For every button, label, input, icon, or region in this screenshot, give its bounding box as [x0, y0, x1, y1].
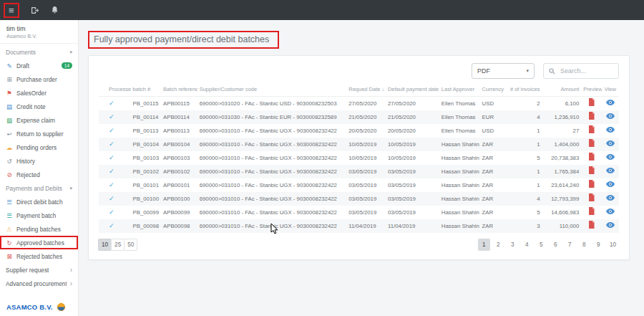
cell-invoices: 5 [507, 151, 542, 165]
view-eye-icon[interactable] [606, 113, 615, 119]
cell-default-payment-date: 03/05/2019 [386, 178, 439, 192]
search-input[interactable] [559, 67, 615, 75]
cell-request-date: 27/05/2020 [346, 97, 386, 111]
menu-icon[interactable]: ≡ [9, 6, 14, 15]
user-company: Asamco B.V. [6, 33, 72, 39]
sidebar-item-approved-batches[interactable]: ↻ Approved batches [0, 236, 78, 249]
sidebar-item-pending-orders[interactable]: ☁ Pending orders [0, 140, 78, 154]
page-button[interactable]: 7 [564, 239, 576, 251]
bell-icon[interactable] [51, 6, 59, 14]
pdf-preview-icon[interactable] [588, 193, 595, 201]
cell-default-payment-date: 21/05/2020 [386, 110, 439, 124]
view-eye-icon[interactable] [606, 100, 615, 105]
table-row[interactable]: ✓ PB_00101 APB00101 690000>031010 - FAc … [99, 178, 619, 192]
cell-request-date: 03/05/2019 [346, 165, 386, 178]
chevron-down-icon: ▾ [69, 186, 72, 191]
pdf-preview-icon[interactable] [588, 166, 595, 174]
page-button[interactable]: 4 [521, 239, 533, 251]
export-format-select[interactable]: PDF ▾ [472, 63, 535, 79]
table-row[interactable]: ✓ PB_00103 APB00103 690000>031010 - FAc … [99, 151, 619, 165]
cell-last-approver: Hassan Shahin [439, 165, 480, 178]
sidebar-item-rejected-batches[interactable]: ⊠ Rejected batches [0, 249, 78, 263]
cell-batch: PB_00100 [131, 192, 162, 206]
page-button[interactable]: 1 [478, 239, 490, 251]
cell-last-approver: Ellen Thomas [439, 110, 480, 124]
page-button[interactable]: 3 [507, 239, 519, 251]
column-header-supplier[interactable]: Supplier/Customer code [197, 83, 347, 97]
page-button[interactable]: 5 [535, 239, 547, 251]
column-header-request-date[interactable]: Requed Date ↓ [346, 83, 386, 97]
pdf-preview-icon[interactable] [588, 207, 595, 215]
logout-icon[interactable] [31, 6, 39, 14]
batches-card: PDF ▾ Processed batch # Batch refer [88, 55, 630, 260]
page-size-button[interactable]: 10 [98, 239, 112, 251]
processed-check-icon: ✓ [109, 113, 114, 120]
column-header-invoices[interactable]: # of invoices [507, 83, 542, 97]
view-eye-icon[interactable] [606, 127, 615, 133]
view-eye-icon[interactable] [606, 154, 615, 160]
sidebar-item-expense-claim[interactable]: ▧ Expense claim [0, 113, 78, 127]
column-header-amount[interactable]: Amount [542, 83, 582, 97]
cell-reference: APB00098 [161, 219, 197, 233]
view-eye-icon[interactable] [606, 140, 615, 146]
sidebar-item-draft[interactable]: ✎ Draft 14 [0, 59, 78, 72]
sidebar-item-advanced-procurement[interactable]: Advanced procurement › [0, 277, 78, 290]
page-button[interactable]: 2 [492, 239, 504, 251]
pdf-preview-icon[interactable] [588, 180, 595, 188]
view-eye-icon[interactable] [606, 209, 615, 214]
tag-icon: ⚑ [6, 90, 13, 97]
company-logo[interactable]: ASAMCO B.V. [6, 302, 67, 312]
sidebar-item-credit-note[interactable]: ▤ Credit note [0, 100, 78, 113]
sidebar-section-documents[interactable]: Documents ▾ [0, 45, 78, 59]
table-row[interactable]: ✓ PB_00102 APB00102 690000>031010 - FAc … [99, 165, 619, 178]
sidebar-item-direct-debit-batch[interactable]: ☰ Direct debit batch [0, 195, 78, 209]
page-size-button[interactable]: 25 [111, 239, 125, 251]
pdf-preview-icon[interactable] [588, 139, 595, 147]
view-eye-icon[interactable] [606, 222, 615, 228]
pdf-preview-icon[interactable] [588, 98, 595, 106]
table-row[interactable]: ✓ PB_00114 APB00114 690000>031030 - FAc … [99, 110, 619, 124]
cell-reference: APB00103 [161, 151, 197, 165]
column-header-batch[interactable]: batch # [131, 83, 162, 97]
table-row[interactable]: ✓ PB_00113 APB00113 690000>031010 - FAc … [99, 124, 619, 138]
cell-request-date: 11/04/2019 [346, 219, 386, 233]
sidebar-item-payment-batch[interactable]: ☰ Payment batch [0, 209, 78, 222]
sidebar-item-return-to-supplier[interactable]: ↩ Return to supplier [0, 127, 78, 140]
processed-check-icon: ✓ [109, 222, 114, 229]
table-row[interactable]: ✓ PB_00100 APB00100 690000>031010 - FAc … [99, 192, 619, 206]
page-button[interactable]: 10 [607, 239, 619, 251]
table-row[interactable]: ✓ PB_00099 APB00099 690000>031010 - FAc … [99, 206, 619, 219]
view-eye-icon[interactable] [606, 195, 615, 201]
page-size-button[interactable]: 50 [124, 239, 137, 251]
pdf-preview-icon[interactable] [588, 125, 595, 133]
cell-invoices: 5 [507, 206, 542, 219]
column-header-default-payment-date[interactable]: Default payment date [386, 83, 439, 97]
sidebar-item-pending-batches[interactable]: ⚠ Pending batches [0, 222, 78, 236]
column-header-last-approver[interactable]: Last Approver [439, 83, 480, 97]
cell-currency: USD [480, 124, 507, 138]
sidebar-item-supplier-request[interactable]: Supplier request › [0, 263, 78, 277]
sidebar-item-salesorder[interactable]: ⚑ SalesOrder [0, 86, 78, 100]
cell-batch: PB_00115 [131, 97, 162, 111]
sidebar-item-rejected[interactable]: ⊘ Rejected [0, 168, 78, 181]
page-button[interactable]: 9 [592, 239, 605, 251]
column-header-reference[interactable]: Batch reference [161, 83, 197, 97]
sidebar: tim tim Asamco B.V. Documents ▾ ✎ Draft … [0, 20, 79, 316]
view-eye-icon[interactable] [606, 168, 615, 173]
column-header-currency[interactable]: Currency [480, 83, 507, 97]
view-eye-icon[interactable] [606, 181, 615, 187]
column-header-processed[interactable]: Processed [99, 83, 131, 97]
pdf-preview-icon[interactable] [588, 153, 595, 161]
table-row[interactable]: ✓ PB_00115 APB00115 690000>031020 - FAc … [99, 97, 619, 111]
pdf-preview-icon[interactable] [588, 221, 595, 229]
page-button[interactable]: 8 [578, 239, 590, 251]
page-button[interactable]: 6 [550, 239, 562, 251]
pdf-preview-icon[interactable] [588, 112, 595, 120]
sidebar-item-purchase-order[interactable]: ⊞ Purchase order [0, 72, 78, 86]
cell-batch: PB_00103 [131, 151, 162, 165]
table-row[interactable]: ✓ PB_00104 APB00104 690000>031010 - FAc … [99, 138, 619, 151]
table-row[interactable]: ✓ PB_00098 APB00098 690000>031010 - FAc … [99, 219, 619, 233]
sidebar-section-payments-debits[interactable]: Payments and Debits ▾ [0, 181, 78, 195]
search-box[interactable] [543, 63, 619, 79]
sidebar-item-history[interactable]: ↺ History [0, 154, 78, 168]
